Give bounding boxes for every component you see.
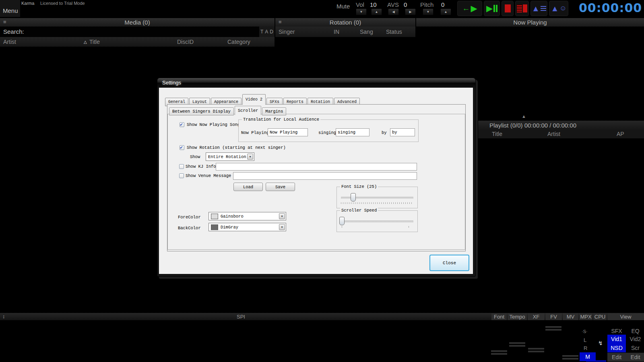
stop-fade-button[interactable] bbox=[515, 1, 529, 16]
mute-button[interactable]: Mute bbox=[336, 3, 350, 10]
panel-menu-icon[interactable]: ≡ bbox=[279, 19, 282, 25]
column-title[interactable]: Title bbox=[492, 131, 502, 137]
filter-discid-button[interactable]: D bbox=[270, 29, 273, 35]
volume-down-button[interactable]: ▼ bbox=[356, 8, 367, 15]
search-filter-buttons[interactable]: T A D bbox=[259, 27, 275, 37]
view-sfx-button[interactable]: SFX bbox=[607, 327, 626, 335]
view-eq-button[interactable]: EQ bbox=[627, 327, 644, 335]
column-ap[interactable]: AP bbox=[617, 131, 624, 137]
menu-button[interactable]: Menu bbox=[0, 0, 20, 17]
settings-dialog: Settings GeneralLayoutAppearanceVideo 2S… bbox=[157, 78, 476, 277]
next-singer-button[interactable]: ▲ ☺ bbox=[549, 1, 568, 16]
forecolor-label: ForeColor bbox=[178, 215, 201, 220]
rotation-scope-select[interactable]: Entire Rotation ▼ bbox=[206, 152, 254, 161]
down-arrow-icon: ▼ bbox=[427, 10, 430, 14]
subtab-scroller[interactable]: Scroller bbox=[235, 106, 261, 115]
dialog-body: GeneralLayoutAppearanceVideo 2SFXsReport… bbox=[159, 88, 473, 274]
mpx-stereo-option[interactable]: ·S· bbox=[582, 329, 588, 334]
settings-tabs: GeneralLayoutAppearanceVideo 2SFXsReport… bbox=[165, 88, 361, 99]
singing-field[interactable]: singing bbox=[336, 128, 369, 136]
pause-bar-icon bbox=[496, 5, 497, 12]
playlist-collapse-icon[interactable]: ▲ bbox=[522, 114, 526, 119]
subtab-margins[interactable]: Margins bbox=[262, 107, 286, 115]
stop-button[interactable] bbox=[502, 1, 514, 16]
checkmark-icon: ✔ bbox=[180, 121, 183, 128]
volume-up-button[interactable]: ▲ bbox=[371, 8, 382, 15]
mixer-tempo-label[interactable]: Tempo bbox=[508, 313, 527, 320]
panel-menu-icon[interactable]: ≡ bbox=[3, 19, 6, 25]
next-singer-list-button[interactable]: ▲ bbox=[530, 1, 547, 16]
view-nsd-button[interactable]: NSD bbox=[607, 343, 626, 352]
backcolor-select[interactable]: DimGray ▼ bbox=[208, 223, 286, 231]
show-rotation-label: Show Rotation (starting at next singer) bbox=[187, 145, 286, 150]
chevron-down-icon[interactable]: ▼ bbox=[247, 154, 253, 160]
restart-play-button[interactable]: ← ▶ bbox=[457, 1, 482, 16]
mixer-xf-label[interactable]: XF bbox=[528, 313, 545, 320]
kj-info-field[interactable] bbox=[216, 163, 417, 171]
scroller-speed-slider-thumb[interactable] bbox=[339, 217, 345, 225]
dialog-titlebar[interactable] bbox=[157, 78, 475, 88]
now-playing-field-label: Now Playing bbox=[241, 130, 269, 135]
cpu-activity-icon: ↯ bbox=[598, 340, 603, 346]
column-discid[interactable]: DiscID bbox=[177, 39, 194, 45]
view-edit-right-button[interactable]: Edit bbox=[627, 353, 644, 362]
forecolor-select[interactable]: Gainsboro ▼ bbox=[208, 212, 286, 220]
view-scr-button[interactable]: Scr bbox=[627, 343, 644, 352]
column-title[interactable]: Title bbox=[89, 39, 100, 45]
venue-message-field[interactable] bbox=[233, 172, 417, 180]
view-edit-left-button[interactable]: Edit bbox=[607, 353, 626, 362]
subtab-between-singers-display[interactable]: Between Singers Display bbox=[169, 107, 234, 115]
list-icon bbox=[541, 5, 546, 12]
scroller-speed-slider-track[interactable] bbox=[341, 220, 413, 222]
column-artist[interactable]: Artist bbox=[547, 131, 560, 137]
view-vid2-button[interactable]: Vid2 bbox=[627, 335, 644, 343]
chevron-down-icon[interactable]: ▼ bbox=[279, 213, 285, 219]
xf-slider-thumb[interactable] bbox=[528, 348, 544, 352]
mv-slider-thumb[interactable] bbox=[562, 355, 578, 359]
mpx-mono-option[interactable]: M bbox=[580, 352, 596, 361]
mixer-mv-label[interactable]: MV bbox=[563, 313, 578, 320]
filter-artist-button[interactable]: A bbox=[265, 29, 268, 35]
load-button[interactable]: Load bbox=[233, 183, 263, 191]
mpx-left-option[interactable]: L bbox=[584, 337, 586, 343]
pitch-value: 0 bbox=[441, 1, 444, 8]
play-pause-button[interactable]: ▶ bbox=[484, 1, 500, 16]
view-vid1-button[interactable]: Vid1 bbox=[607, 335, 626, 343]
column-status[interactable]: Status bbox=[386, 29, 402, 35]
show-now-playing-song-checkbox[interactable]: ✔ bbox=[180, 122, 184, 127]
avs-prev-button[interactable]: ◀ bbox=[388, 8, 399, 15]
mixer-font-label[interactable]: Font bbox=[491, 313, 507, 320]
resize-vertical-icon[interactable]: ↕ bbox=[2, 313, 5, 319]
avs-next-button[interactable]: ▶ bbox=[405, 8, 416, 15]
fv-slider-thumb[interactable] bbox=[545, 326, 561, 330]
tempo-slider-thumb[interactable] bbox=[509, 342, 525, 346]
font-slider-thumb[interactable] bbox=[491, 350, 507, 354]
column-singer[interactable]: Singer bbox=[279, 29, 295, 35]
volume-value: 10 bbox=[370, 1, 377, 8]
filter-title-button[interactable]: T bbox=[260, 29, 263, 35]
show-venue-message-checkbox[interactable]: ✔ bbox=[179, 173, 184, 178]
backcolor-label: BackColor bbox=[178, 226, 201, 230]
now-playing-field[interactable]: Now Playing bbox=[268, 128, 308, 136]
column-in[interactable]: IN bbox=[334, 29, 339, 35]
column-sang[interactable]: Sang bbox=[360, 29, 373, 35]
show-kj-info-checkbox[interactable]: ✔ bbox=[179, 164, 184, 169]
backcolor-value: DimGray bbox=[221, 225, 238, 230]
mpx-right-option[interactable]: R bbox=[584, 345, 587, 351]
by-field[interactable]: by bbox=[390, 128, 415, 136]
column-artist[interactable]: Artist bbox=[3, 39, 16, 45]
column-category[interactable]: Category bbox=[227, 39, 250, 45]
font-size-slider-thumb[interactable] bbox=[351, 193, 356, 202]
close-button[interactable]: Close bbox=[429, 255, 469, 271]
pitch-up-button[interactable]: ▲ bbox=[440, 8, 451, 15]
smiley-icon: ☺ bbox=[559, 4, 566, 12]
show-rotation-checkbox[interactable]: ✔ bbox=[180, 145, 184, 150]
save-button[interactable]: Save bbox=[266, 183, 295, 191]
cpu-header: CPU bbox=[593, 313, 607, 320]
mixer-fv-label[interactable]: FV bbox=[545, 313, 562, 320]
chevron-down-icon[interactable]: ▼ bbox=[279, 224, 285, 230]
tab-video2[interactable]: Video 2 bbox=[242, 94, 266, 105]
pitch-down-button[interactable]: ▼ bbox=[423, 8, 433, 15]
mpx-header: MPX bbox=[579, 313, 592, 320]
search-input[interactable] bbox=[0, 27, 275, 37]
